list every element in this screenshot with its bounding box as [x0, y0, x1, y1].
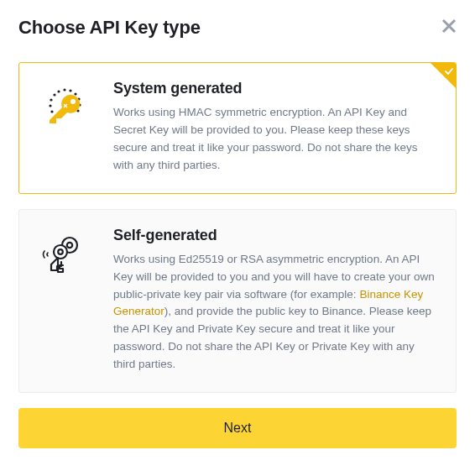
svg-point-1 [63, 88, 65, 91]
svg-point-14 [54, 245, 67, 259]
option-body: System generated Works using HMAC symmet… [113, 80, 437, 175]
option-description: Works using HMAC symmetric encryption. A… [113, 104, 437, 175]
svg-point-8 [50, 98, 52, 101]
check-icon [444, 65, 454, 80]
system-key-icon [36, 80, 95, 175]
close-button[interactable] [441, 17, 457, 34]
svg-point-7 [53, 93, 55, 96]
next-button[interactable]: Next [18, 408, 457, 448]
svg-point-2 [69, 89, 71, 92]
option-self-generated[interactable]: Self-generated Works using Ed25519 or RS… [18, 209, 457, 393]
svg-point-11 [70, 99, 76, 104]
svg-point-0 [57, 90, 60, 92]
svg-point-9 [49, 104, 51, 107]
svg-point-3 [74, 92, 76, 95]
modal-header: Choose API Key type [18, 17, 457, 39]
option-description: Works using Ed25519 or RSA asymmetric en… [113, 251, 437, 374]
close-icon [441, 18, 457, 34]
svg-point-13 [67, 242, 72, 247]
option-title: Self-generated [113, 227, 437, 244]
option-body: Self-generated Works using Ed25519 or RS… [113, 227, 437, 374]
svg-point-10 [50, 110, 53, 112]
option-title: System generated [113, 80, 437, 97]
option-system-generated[interactable]: System generated Works using HMAC symmet… [18, 62, 457, 194]
modal-title: Choose API Key type [18, 17, 201, 39]
self-key-icon [36, 227, 95, 374]
